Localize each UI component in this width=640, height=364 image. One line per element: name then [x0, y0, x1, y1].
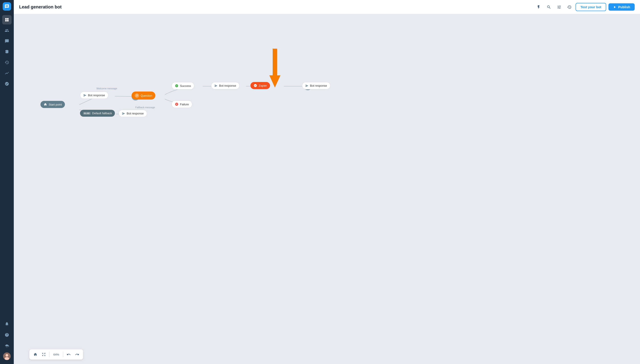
- sidebar-item-contacts[interactable]: [2, 26, 12, 35]
- node-bot-response-1[interactable]: Bot response: [80, 92, 108, 99]
- connections-svg: [14, 14, 640, 364]
- sidebar-item-team[interactable]: [2, 79, 12, 88]
- history-icon[interactable]: [565, 3, 573, 11]
- node-failure[interactable]: Failure: [172, 100, 192, 108]
- bottom-toolbar: 64%: [29, 349, 83, 360]
- undo-button[interactable]: [65, 351, 72, 358]
- node-bot-response-2[interactable]: Bot response: [211, 82, 240, 89]
- sidebar-item-history[interactable]: [2, 58, 12, 67]
- sidebar: [0, 0, 14, 364]
- sidebar-item-help[interactable]: [2, 330, 12, 340]
- node-question[interactable]: ? Question: [132, 92, 155, 100]
- app-logo[interactable]: [3, 2, 11, 11]
- node-success[interactable]: Success: [172, 82, 194, 90]
- main-content: Lead generation bot Test your bot Publis…: [14, 0, 640, 364]
- sidebar-item-database[interactable]: [2, 47, 12, 56]
- redo-button[interactable]: [73, 351, 81, 358]
- test-bot-button[interactable]: Test your bot: [576, 3, 606, 11]
- header: Lead generation bot Test your bot Publis…: [14, 0, 640, 14]
- flow-canvas[interactable]: Welcome message Start point Bot response…: [14, 14, 640, 364]
- node-zapier[interactable]: Zapier: [250, 82, 270, 89]
- sliders-icon[interactable]: [555, 3, 563, 11]
- node-start[interactable]: Start point: [40, 101, 65, 108]
- header-actions: Test your bot Publish: [535, 3, 635, 11]
- toolbar-divider-1: [49, 352, 50, 357]
- arrow-pointer: [268, 46, 282, 91]
- flash-icon[interactable]: [535, 3, 543, 11]
- sidebar-item-notifications[interactable]: [2, 319, 12, 328]
- svg-line-5: [115, 96, 132, 96]
- page-title: Lead generation bot: [19, 4, 531, 10]
- avatar[interactable]: [3, 352, 11, 360]
- fallback-message-label: Fallback message: [135, 106, 155, 109]
- sidebar-item-chat[interactable]: [2, 36, 12, 46]
- welcome-message-label: Welcome message: [96, 87, 117, 90]
- home-view-button[interactable]: [32, 351, 39, 358]
- node-bot-response-fallback[interactable]: Bot response: [119, 110, 147, 117]
- sidebar-bottom: [2, 319, 12, 362]
- fit-view-button[interactable]: [40, 351, 48, 358]
- zoom-level: 64%: [51, 353, 61, 356]
- node-default-fallback[interactable]: ELSE Default fallback: [80, 110, 115, 117]
- publish-button[interactable]: Publish: [608, 3, 635, 11]
- search-icon[interactable]: [545, 3, 553, 11]
- svg-point-2: [6, 354, 8, 357]
- sidebar-item-analytics[interactable]: [2, 68, 12, 78]
- sidebar-item-education[interactable]: [2, 341, 12, 351]
- sidebar-item-grid[interactable]: [2, 15, 12, 24]
- sidebar-nav: [0, 15, 14, 319]
- node-bot-response-3[interactable]: Bot response: [302, 82, 330, 89]
